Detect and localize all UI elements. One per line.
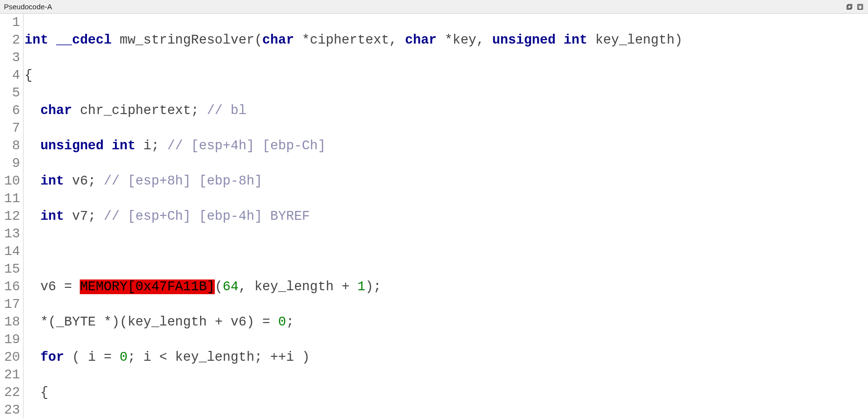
token-type: int xyxy=(24,33,48,47)
line-number: 12 xyxy=(0,208,20,225)
code-line[interactable]: unsigned int i; // [esp+4h] [ebp-Ch] xyxy=(24,137,868,155)
line-number: 4 xyxy=(0,67,20,84)
memory-ref[interactable]: MEMORY[0x47FA11B] xyxy=(80,279,214,294)
line-number: 15 xyxy=(0,260,20,278)
line-number: 8 xyxy=(0,137,20,155)
code-line[interactable]: int __cdecl mw_stringResolver(char *ciph… xyxy=(24,31,868,49)
line-number: 16 xyxy=(0,278,20,296)
line-number: 22 xyxy=(0,384,20,401)
line-number: 10 xyxy=(0,172,20,190)
line-number: 14 xyxy=(0,243,20,260)
token-type: char xyxy=(262,33,294,47)
svg-rect-0 xyxy=(847,5,851,9)
line-number: 2 xyxy=(0,31,20,49)
line-number: 3 xyxy=(0,49,20,67)
code-line[interactable]: char chr_ciphertext; // bl xyxy=(24,102,868,119)
code-editor[interactable]: 1 2 3 4 5 6 7 8 9 10 11 12 13 14 15 16 1… xyxy=(0,14,868,418)
line-number: 11 xyxy=(0,190,20,208)
code-line[interactable]: for ( i = 0; i < key_length; ++i ) xyxy=(24,348,868,366)
line-number: 18 xyxy=(0,313,20,331)
line-number: 21 xyxy=(0,366,20,384)
code-line[interactable]: v6 = MEMORY[0x47FA11B](64, key_length + … xyxy=(24,278,868,296)
svg-rect-3 xyxy=(859,5,862,9)
code-line[interactable]: int v6; // [esp+8h] [ebp-8h] xyxy=(24,172,868,190)
token-punct: ( xyxy=(254,33,262,47)
line-number: 20 xyxy=(0,348,20,366)
restore-icon[interactable] xyxy=(845,3,853,11)
line-number: 13 xyxy=(0,225,20,243)
line-number-gutter: 1 2 3 4 5 6 7 8 9 10 11 12 13 14 15 16 1… xyxy=(0,14,23,418)
code-line[interactable]: int v7; // [esp+Ch] [ebp-4h] BYREF xyxy=(24,208,868,225)
line-number: 19 xyxy=(0,331,20,348)
window-titlebar: Pseudocode-A xyxy=(0,0,868,14)
window-controls xyxy=(845,3,864,11)
line-number: 7 xyxy=(0,119,20,137)
line-number: 6 xyxy=(0,102,20,119)
line-number: 1 xyxy=(0,14,20,31)
svg-rect-1 xyxy=(848,4,852,8)
code-line[interactable]: *(_BYTE *)(key_length + v6) = 0; xyxy=(24,313,868,331)
code-line[interactable]: { xyxy=(24,67,868,84)
line-number: 23 xyxy=(0,401,20,418)
code-body[interactable]: int __cdecl mw_stringResolver(char *ciph… xyxy=(23,14,868,418)
token-function: mw_stringResolver xyxy=(119,33,254,47)
maximize-icon[interactable] xyxy=(856,3,864,11)
code-line[interactable]: { xyxy=(24,384,868,401)
line-number: 5 xyxy=(0,84,20,102)
window-title: Pseudocode-A xyxy=(4,2,845,11)
code-line[interactable] xyxy=(24,243,868,260)
token-keyword: __cdecl xyxy=(56,33,112,47)
line-number: 17 xyxy=(0,296,20,313)
line-number: 9 xyxy=(0,155,20,172)
